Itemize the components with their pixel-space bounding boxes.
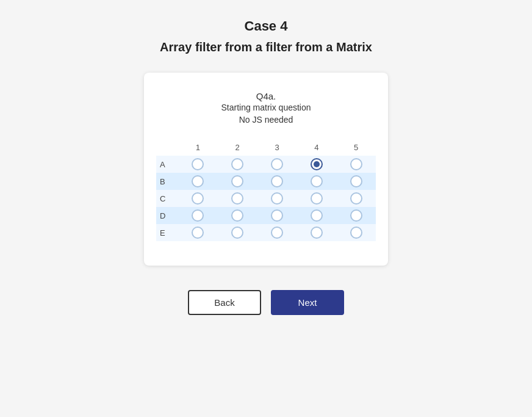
matrix-col-header-5: 5	[336, 139, 376, 156]
matrix-cell-D-5[interactable]	[336, 207, 376, 224]
matrix-cell-B-2[interactable]	[218, 173, 257, 190]
matrix-cell-B-5[interactable]	[336, 173, 376, 190]
matrix-row-label-A: A	[156, 156, 178, 173]
navigation-buttons: Back Next	[188, 290, 344, 315]
back-button[interactable]: Back	[188, 290, 261, 315]
radio-C-3[interactable]	[271, 192, 283, 205]
matrix-cell-E-1[interactable]	[178, 224, 218, 241]
matrix-cell-C-3[interactable]	[257, 190, 297, 207]
matrix-row-label-E: E	[156, 224, 178, 241]
radio-A-3[interactable]	[271, 158, 283, 170]
page-case-title: Array filter from a filter from a Matrix	[160, 40, 372, 54]
matrix-cell-A-2[interactable]	[218, 156, 257, 173]
radio-B-3[interactable]	[271, 175, 283, 187]
matrix-col-header-1: 1	[178, 139, 218, 156]
radio-C-5[interactable]	[350, 192, 362, 205]
matrix-col-header-2: 2	[218, 139, 257, 156]
table-row: D	[156, 207, 376, 224]
radio-C-4[interactable]	[311, 192, 323, 205]
radio-C-2[interactable]	[231, 192, 243, 205]
question-note: No JS needed	[239, 115, 293, 125]
matrix-col-header-4: 4	[297, 139, 336, 156]
radio-B-4[interactable]	[311, 175, 323, 187]
matrix-cell-A-3[interactable]	[257, 156, 297, 173]
matrix-table: 12345 ABCDE	[156, 139, 376, 241]
matrix-cell-B-3[interactable]	[257, 173, 297, 190]
matrix-row-label-B: B	[156, 173, 178, 190]
radio-D-4[interactable]	[311, 209, 323, 222]
radio-B-1[interactable]	[192, 175, 204, 187]
matrix-cell-C-5[interactable]	[336, 190, 376, 207]
matrix-cell-B-4[interactable]	[297, 173, 336, 190]
matrix-cell-A-4[interactable]	[297, 156, 336, 173]
matrix-cell-E-3[interactable]	[257, 224, 297, 241]
table-row: E	[156, 224, 376, 241]
radio-A-4[interactable]	[311, 158, 323, 170]
matrix-col-header-3: 3	[257, 139, 297, 156]
radio-A-2[interactable]	[231, 158, 243, 170]
matrix-cell-C-4[interactable]	[297, 190, 336, 207]
matrix-cell-E-4[interactable]	[297, 224, 336, 241]
matrix-cell-D-2[interactable]	[218, 207, 257, 224]
matrix-cell-C-2[interactable]	[218, 190, 257, 207]
radio-D-5[interactable]	[350, 209, 362, 222]
matrix-cell-D-3[interactable]	[257, 207, 297, 224]
matrix-row-header-th	[156, 139, 178, 156]
radio-A-5[interactable]	[350, 158, 362, 170]
radio-E-3[interactable]	[271, 227, 283, 239]
radio-E-1[interactable]	[192, 227, 204, 239]
radio-D-1[interactable]	[192, 209, 204, 222]
matrix-cell-C-1[interactable]	[178, 190, 218, 207]
table-row: A	[156, 156, 376, 173]
radio-E-2[interactable]	[231, 227, 243, 239]
radio-E-5[interactable]	[350, 227, 362, 239]
matrix-cell-D-1[interactable]	[178, 207, 218, 224]
matrix-cell-E-2[interactable]	[218, 224, 257, 241]
table-row: B	[156, 173, 376, 190]
question-label: Q4a.	[256, 91, 276, 101]
page-case-label: Case 4	[245, 18, 288, 34]
radio-E-4[interactable]	[311, 227, 323, 239]
radio-D-2[interactable]	[231, 209, 243, 222]
question-description: Starting matrix question	[221, 103, 311, 112]
matrix-row-label-C: C	[156, 190, 178, 207]
question-card: Q4a. Starting matrix question No JS need…	[144, 73, 388, 266]
matrix-cell-E-5[interactable]	[336, 224, 376, 241]
next-button[interactable]: Next	[271, 290, 344, 315]
matrix-cell-D-4[interactable]	[297, 207, 336, 224]
radio-D-3[interactable]	[271, 209, 283, 222]
radio-C-1[interactable]	[192, 192, 204, 205]
radio-B-5[interactable]	[350, 175, 362, 187]
matrix-cell-B-1[interactable]	[178, 173, 218, 190]
table-row: C	[156, 190, 376, 207]
matrix-row-label-D: D	[156, 207, 178, 224]
radio-A-1[interactable]	[192, 158, 204, 170]
matrix-cell-A-1[interactable]	[178, 156, 218, 173]
matrix-cell-A-5[interactable]	[336, 156, 376, 173]
radio-B-2[interactable]	[231, 175, 243, 187]
